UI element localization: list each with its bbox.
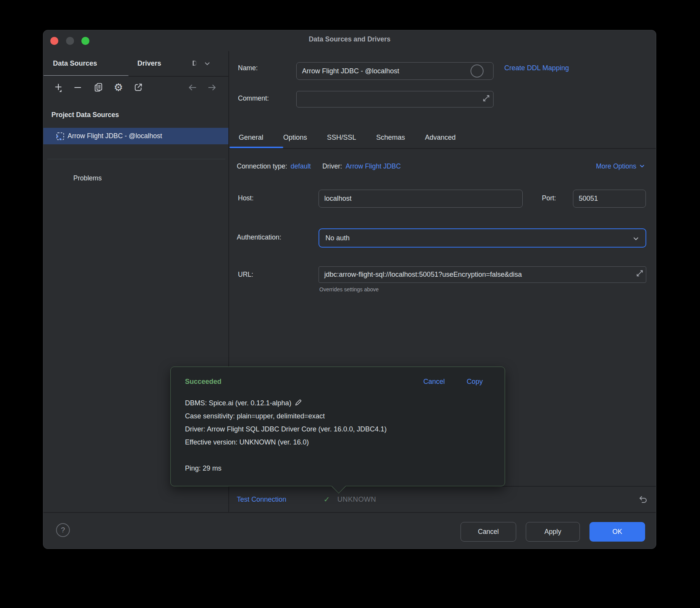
tab-options[interactable]: Options [283,134,307,142]
question-mark-icon: ? [61,526,65,534]
sidebar-tab-bar: Data Sources Drivers D [43,51,228,77]
tabs-divider [229,148,656,149]
connection-type-label: Connection type: [237,162,287,170]
screen: Data Sources and Drivers Data Sources Dr… [0,0,700,608]
apply-button[interactable]: Apply [526,522,580,542]
name-label: Name: [238,64,258,72]
comment-input[interactable] [296,91,494,107]
tab-ssh-ssl[interactable]: SSH/SSL [327,134,356,142]
authentication-value: No auth [325,234,350,242]
undo-icon [638,495,648,505]
settings-button[interactable]: ⚙ [113,82,124,93]
plus-icon [54,82,64,93]
name-input[interactable]: Arrow Flight JDBC - @localhost [296,62,494,80]
tab-overflow-truncated[interactable]: D [192,51,197,76]
url-input[interactable]: jdbc:arrow-flight-sql://localhost:50051?… [319,266,646,283]
dialog-button-bar: ? Cancel Apply OK [43,512,656,549]
popup-line-dbms: DBMS: Spice.ai (ver. 0.12.1-alpha) [185,397,493,410]
data-sources-dialog: Data Sources and Drivers Data Sources Dr… [43,30,656,549]
host-input[interactable]: localhost [319,190,523,208]
export-button[interactable] [133,82,144,93]
sidebar-item-problems[interactable]: Problems [73,172,102,185]
help-button[interactable]: ? [56,523,70,537]
check-icon: ✓ [324,491,330,507]
more-options-label: More Options [596,162,636,170]
create-ddl-mapping-link[interactable]: Create DDL Mapping [504,64,569,72]
minus-icon [73,82,83,93]
connection-type-row: Connection type: default Driver: Arrow F… [237,161,401,172]
tab-general[interactable]: General [239,134,263,142]
test-connection-link[interactable]: Test Connection [237,491,286,507]
action-buttons: Cancel Apply OK [461,522,645,542]
duplicate-icon [93,82,104,93]
data-source-label: Arrow Flight JDBC - @localhost [68,128,162,144]
url-caption: Overrides settings above [319,286,379,292]
arrow-left-icon [187,82,198,93]
gear-icon: ⚙ [114,82,123,93]
more-options-link[interactable]: More Options [596,161,646,172]
authentication-select[interactable]: No auth [319,228,646,248]
export-icon [133,82,144,93]
tab-schemas[interactable]: Schemas [376,134,405,142]
data-source-list-item-selected[interactable]: Arrow Flight JDBC - @localhost [43,128,228,144]
authentication-label: Authentication: [237,233,281,241]
driver-value-link[interactable]: Arrow Flight JDBC [345,162,401,170]
port-input[interactable]: 50051 [573,190,646,208]
port-label: Port: [542,194,556,202]
expand-comment-icon[interactable] [482,94,490,102]
test-connection-result-popup: Succeeded Cancel Copy DBMS: Spice.ai (ve… [170,367,505,486]
ok-button[interactable]: OK [589,522,645,542]
driver-label: Driver: [322,162,342,170]
connection-status-text: UNKNOWN [337,491,376,507]
sidebar-divider [47,159,225,159]
revert-button[interactable] [638,495,648,505]
remove-button[interactable] [73,82,83,93]
tab-data-sources[interactable]: Data Sources [53,51,97,76]
comment-label: Comment: [238,94,269,102]
project-data-sources-header: Project Data Sources [51,109,119,121]
popup-cancel-link[interactable]: Cancel [423,378,445,386]
chevron-down-icon [639,163,646,170]
connection-type-value[interactable]: default [291,162,311,170]
tab-advanced[interactable]: Advanced [425,134,456,142]
popup-status: Succeeded [185,378,221,386]
name-refresh-spinner-icon [471,64,484,78]
edit-pencil-icon[interactable] [294,398,302,406]
popup-copy-link[interactable]: Copy [467,378,483,386]
active-tab-underline [43,75,129,77]
url-label: URL: [238,271,253,279]
tab-drivers[interactable]: Drivers [137,51,161,76]
duplicate-button[interactable] [93,82,104,93]
window-title: Data Sources and Drivers [43,35,656,43]
forward-button[interactable] [207,82,217,93]
arrow-right-icon [207,82,217,93]
popup-line-version: Effective version: UNKNOWN (ver. 16.0) [185,436,493,449]
popup-line-ping: Ping: 29 ms [185,462,493,475]
chevron-down-icon[interactable] [203,59,211,68]
cancel-button[interactable]: Cancel [461,522,516,542]
add-data-source-button[interactable] [54,82,64,93]
host-label: Host: [238,194,254,202]
expand-url-icon[interactable] [636,269,644,278]
popup-line-case: Case sensitivity: plain=upper, delimited… [185,410,493,423]
chevron-down-icon [632,235,640,243]
popup-dbms-text: DBMS: Spice.ai (ver. 0.12.1-alpha) [185,399,291,407]
settings-tab-bar: General Options SSH/SSL Schemas Advanced [239,127,456,148]
popup-line-driver: Driver: Arrow Flight SQL JDBC Driver Cor… [185,423,493,436]
arrow-flight-driver-icon [56,132,65,141]
back-button[interactable] [187,82,198,93]
